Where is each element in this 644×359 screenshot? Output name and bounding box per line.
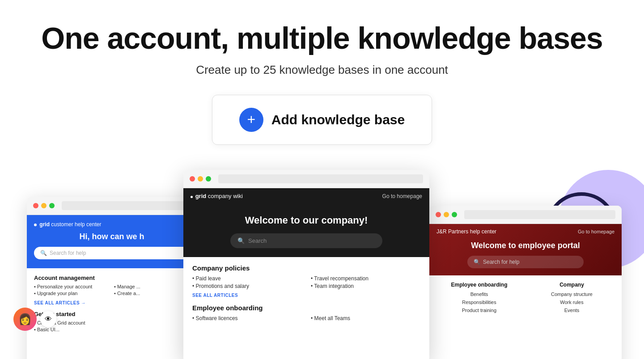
browser-chrome-left	[27, 197, 197, 215]
center-section1-links: • Paid leave • Travel recompensation • P…	[192, 275, 420, 289]
left-search-placeholder: Search for help	[50, 250, 86, 256]
right-browser-content: Employee onboarding Benefits Responsibil…	[429, 275, 622, 322]
center-link2-2: • Meet all Teams	[311, 315, 420, 321]
page-subtitle: Create up to 25 knowledge bases in one a…	[0, 63, 644, 77]
right-hero-title: Welcome to employee portal	[436, 241, 614, 250]
left-link-4: • Create a...	[114, 291, 190, 296]
right-search-placeholder: Search for help	[483, 259, 519, 265]
left-section1-links: • Personalize your account • Manage ... …	[34, 284, 190, 296]
right-col1-link-1: Benefits	[436, 291, 522, 297]
browsers-container: grid customer help center Hi, how can we…	[0, 170, 644, 359]
right-brand-type: help center	[470, 228, 496, 235]
eye-icon[interactable]: 👁	[40, 311, 56, 327]
left-brand: grid customer help center	[34, 221, 190, 228]
right-col2-link-2: Work rules	[529, 300, 614, 305]
page-title: One account, multiple knowledge bases	[0, 21, 644, 55]
left-section2-title: Getting started	[34, 311, 190, 317]
left-link2-1: • Create a Grid account	[34, 320, 190, 325]
center-hero-title: Welcome to our company!	[192, 215, 420, 226]
left-link-1: • Personalize your account	[34, 284, 110, 289]
url-bar-center	[218, 174, 423, 183]
plus-icon-circle: +	[239, 108, 263, 132]
avatar-overlay: 👩 👁	[13, 308, 56, 331]
left-brand-name: grid	[39, 221, 50, 228]
left-link-3: • Upgrade your plan	[34, 291, 110, 296]
right-brand: J&R Partners help center	[436, 228, 496, 235]
right-columns: Employee onboarding Benefits Responsibil…	[436, 282, 614, 316]
search-icon-right: 🔍	[474, 259, 480, 265]
left-link2-2: • Basic UI...	[34, 327, 190, 332]
right-brand-row: J&R Partners help center Go to homepage	[436, 228, 614, 235]
plus-icon: +	[247, 112, 255, 127]
right-brand-name: J&R Partners	[436, 228, 468, 235]
avatar-emoji: 👩	[18, 313, 32, 325]
left-browser-header: grid customer help center Hi, how can we…	[27, 215, 197, 268]
center-hero: Welcome to our company! 🔍 Search	[183, 204, 429, 257]
right-col1-link-3: Product training	[436, 308, 522, 313]
url-bar-right	[464, 210, 615, 219]
traffic-light-yellow-right	[444, 212, 449, 217]
center-see-all[interactable]: SEE ALL ARTICLES	[192, 293, 420, 298]
center-brand-bar: grid company wiki Go to homepage	[183, 188, 429, 204]
center-link-3: • Promotions and salary	[192, 283, 302, 289]
browser-right: J&R Partners help center Go to homepage …	[429, 206, 622, 359]
center-link2-1: • Software licences	[192, 315, 302, 321]
center-content: Company policies • Paid leave • Travel r…	[183, 257, 429, 329]
center-link-4: • Team integration	[311, 283, 420, 289]
center-search-bar[interactable]: 🔍 Search	[230, 233, 382, 248]
add-knowledge-base-button[interactable]: + Add knowledge base	[212, 95, 432, 145]
right-col1-title: Employee onboarding	[436, 282, 522, 288]
url-bar-left	[62, 201, 191, 210]
traffic-light-yellow-center	[198, 176, 203, 182]
center-search-placeholder: Search	[248, 237, 267, 244]
right-nav-link[interactable]: Go to homepage	[578, 229, 614, 234]
add-kb-label: Add knowledge base	[271, 112, 405, 127]
traffic-light-red-center	[190, 176, 195, 182]
left-see-all[interactable]: SEE ALL ARTICLES →	[34, 300, 190, 305]
right-browser-header: J&R Partners help center Go to homepage …	[429, 224, 622, 275]
center-nav-link[interactable]: Go to homepage	[382, 193, 422, 199]
avatar: 👩	[13, 308, 37, 331]
center-brand: grid company wiki	[191, 193, 243, 199]
browser-chrome-center	[183, 170, 429, 188]
traffic-light-red-right	[436, 212, 441, 217]
traffic-light-green-left	[49, 203, 55, 208]
center-brand-dot	[191, 196, 193, 198]
right-col-company: Company Company structure Work rules Eve…	[529, 282, 614, 316]
left-section1-title: Account management	[34, 275, 190, 281]
center-link-1: • Paid leave	[192, 275, 302, 282]
left-search-bar[interactable]: 🔍 Search for help	[34, 247, 190, 259]
traffic-light-red-left	[33, 203, 38, 208]
browser-left: grid customer help center Hi, how can we…	[27, 197, 197, 359]
search-icon-center: 🔍	[237, 237, 245, 244]
traffic-light-green-center	[206, 176, 211, 182]
traffic-light-green-right	[452, 212, 457, 217]
center-section2-links: • Software licences • Meet all Teams	[192, 315, 420, 321]
right-col2-title: Company	[529, 282, 614, 288]
right-col-onboarding: Employee onboarding Benefits Responsibil…	[436, 282, 522, 316]
browser-center: grid company wiki Go to homepage Welcome…	[183, 170, 429, 359]
right-search-bar[interactable]: 🔍 Search for help	[467, 256, 584, 268]
traffic-light-yellow-left	[41, 203, 47, 208]
search-icon-left: 🔍	[40, 250, 47, 256]
hero-section: One account, multiple knowledge bases Cr…	[0, 0, 644, 145]
left-brand-type: customer help center	[51, 221, 101, 228]
center-link-2: • Travel recompensation	[311, 275, 420, 282]
right-col2-link-1: Company structure	[529, 291, 614, 297]
brand-dot	[34, 224, 37, 226]
center-brand-name: grid	[195, 193, 207, 199]
right-col1-link-2: Responsibilities	[436, 300, 522, 305]
browser-chrome-right	[429, 206, 622, 224]
left-hero-title: Hi, how can we h	[34, 232, 190, 241]
center-section1-title: Company policies	[192, 264, 420, 272]
right-col2-link-3: Events	[529, 308, 614, 313]
eye-symbol: 👁	[45, 315, 52, 323]
center-brand-type: company wiki	[208, 193, 243, 199]
left-link-2: • Manage ...	[114, 284, 190, 289]
center-section2-title: Employee onboarding	[192, 304, 420, 312]
